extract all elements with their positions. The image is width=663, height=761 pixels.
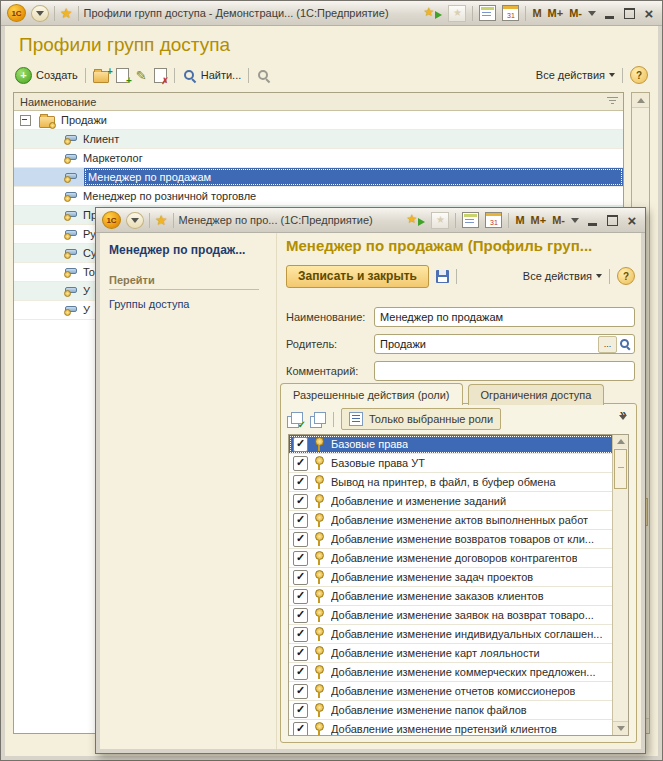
all-actions-button[interactable]: Все действия — [536, 69, 615, 81]
calculator-icon[interactable] — [479, 5, 496, 21]
save-button[interactable] — [436, 270, 449, 283]
roles-scroll-up-button[interactable] — [613, 435, 628, 448]
only-selected-roles-toggle[interactable]: Только выбранные роли — [341, 408, 501, 430]
role-row[interactable]: ✓ Добавление изменение папок файлов — [289, 701, 628, 720]
role-checkbox[interactable]: ✓ — [293, 437, 308, 452]
role-checkbox[interactable]: ✓ — [293, 608, 308, 623]
role-checkbox[interactable]: ✓ — [293, 646, 308, 661]
role-row[interactable]: ✓ Добавление изменение возвратов товаров… — [289, 530, 628, 549]
sort-icon[interactable] — [607, 97, 618, 106]
memory-m-button[interactable]: M — [532, 7, 541, 19]
role-row[interactable]: ✓ Добавление изменение коммерческих пред… — [289, 663, 628, 682]
titlebar-more-chevron-icon[interactable] — [571, 218, 579, 223]
parent-field[interactable] — [375, 336, 598, 352]
main-titlebar[interactable]: 1С ★ Профили групп доступа - Демонстраци… — [1, 1, 662, 26]
role-checkbox[interactable]: ✓ — [293, 570, 308, 585]
memory-m-plus-button[interactable]: M+ — [531, 214, 547, 226]
role-checkbox[interactable]: ✓ — [293, 456, 308, 471]
role-checkbox[interactable]: ✓ — [293, 627, 308, 642]
create-button[interactable]: + Создать — [15, 67, 78, 84]
table-row[interactable]: Менеджер по розничной торговле — [14, 187, 623, 206]
role-row[interactable]: ✓ Добавление и изменение заданий — [289, 492, 628, 511]
role-row[interactable]: ✓ Добавление изменение заказов клиентов — [289, 587, 628, 606]
role-row[interactable]: ✓ Базовые права УТ — [289, 454, 628, 473]
role-row[interactable]: ✓ Добавление изменение индивидуальных со… — [289, 625, 628, 644]
table-row[interactable]: Клиент — [14, 130, 623, 149]
role-checkbox[interactable]: ✓ — [293, 513, 308, 528]
roles-more-button[interactable]: » — [615, 408, 631, 432]
parent-open-search-icon[interactable] — [619, 338, 632, 351]
role-checkbox[interactable]: ✓ — [293, 665, 308, 680]
tab-allowed-actions[interactable]: Разрешенные действия (роли) — [280, 383, 463, 405]
dialog-help-button[interactable]: ? — [617, 267, 635, 285]
name-field[interactable] — [374, 307, 635, 327]
favorites-star-icon[interactable]: ★ — [60, 6, 73, 20]
role-row[interactable]: ✓ Добавление изменение договоров контраг… — [289, 549, 628, 568]
role-checkbox[interactable]: ✓ — [293, 532, 308, 547]
roles-scrollbar[interactable] — [612, 435, 628, 735]
scroll-up-button[interactable] — [632, 93, 649, 108]
calendar-icon[interactable]: 31 — [485, 212, 502, 228]
system-menu-dropdown-icon[interactable] — [126, 212, 144, 229]
dialog-titlebar[interactable]: 1С ★ Менеджер по про... (1С:Предприятие)… — [96, 208, 645, 233]
save-and-close-button[interactable]: Записать и закрыть — [286, 265, 429, 288]
role-checkbox[interactable]: ✓ — [293, 703, 308, 718]
titlebar-more-chevron-icon[interactable] — [588, 11, 596, 16]
role-checkbox[interactable]: ✓ — [293, 494, 308, 509]
cancel-search-button[interactable] — [256, 68, 271, 83]
role-row[interactable]: ✓ Добавление изменение отчетов комиссион… — [289, 682, 628, 701]
tab-access-restrictions[interactable]: Ограничения доступа — [468, 384, 605, 405]
uncheck-all-roles-icon[interactable] — [310, 412, 326, 427]
role-row[interactable]: ✓ Добавление изменение карт лояльности — [289, 644, 628, 663]
memory-m-minus-button[interactable]: M- — [569, 7, 582, 19]
role-checkbox[interactable]: ✓ — [293, 589, 308, 604]
role-row[interactable]: ✓ Добавление изменение актов выполненных… — [289, 511, 628, 530]
table-header[interactable]: Наименование — [14, 93, 623, 111]
minimize-button[interactable] — [585, 212, 599, 228]
copy-button[interactable]: + — [116, 68, 129, 83]
calendar-icon[interactable]: 31 — [502, 5, 519, 21]
role-row[interactable]: ✓ Добавление изменение претензий клиенто… — [289, 720, 628, 736]
maximize-button[interactable] — [605, 212, 619, 228]
system-menu-dropdown-icon[interactable] — [31, 5, 49, 22]
memory-m-button[interactable]: M — [515, 214, 524, 226]
comment-field[interactable] — [374, 361, 635, 381]
parent-choose-button[interactable]: ... — [598, 336, 617, 353]
maximize-button[interactable] — [622, 5, 636, 21]
close-button[interactable]: × — [625, 212, 639, 228]
roles-scroll-down-button[interactable] — [613, 721, 628, 735]
role-checkbox[interactable]: ✓ — [293, 551, 308, 566]
memory-m-plus-button[interactable]: M+ — [548, 7, 564, 19]
role-row[interactable]: ✓ Добавление изменение задач проектов — [289, 568, 628, 587]
check-all-roles-icon[interactable]: ✓ — [287, 412, 303, 427]
role-checkbox[interactable]: ✓ — [293, 475, 308, 490]
favorites-star-icon[interactable]: ★ — [155, 213, 168, 227]
app-logo-icon[interactable]: 1С — [102, 211, 121, 229]
collapse-expander-icon[interactable] — [20, 115, 31, 126]
table-row-selected[interactable]: Менеджер по продажам — [14, 168, 623, 187]
create-group-button[interactable]: + — [93, 68, 109, 83]
roles-scrollbar-thumb[interactable] — [614, 449, 627, 489]
role-checkbox[interactable]: ✓ — [293, 722, 308, 737]
app-logo-icon[interactable]: 1С — [7, 4, 26, 22]
favorites-list-icon[interactable]: ★ — [431, 212, 449, 229]
add-to-favorites-icon[interactable]: ★ — [423, 5, 442, 21]
table-row[interactable]: Маркетолог — [14, 149, 623, 168]
role-row[interactable]: ✓ Добавление изменение заявок на возврат… — [289, 606, 628, 625]
add-to-favorites-icon[interactable]: ★ — [406, 212, 425, 228]
delete-button[interactable]: ✗ — [154, 68, 167, 83]
calculator-icon[interactable] — [462, 212, 479, 228]
role-row-selected[interactable]: ✓ Базовые права — [289, 435, 628, 454]
nav-link-access-groups[interactable]: Группы доступа — [109, 298, 267, 310]
role-checkbox[interactable]: ✓ — [293, 684, 308, 699]
help-button[interactable]: ? — [630, 66, 648, 84]
memory-m-minus-button[interactable]: M- — [552, 214, 565, 226]
find-button[interactable]: Найти... — [182, 68, 242, 83]
close-button[interactable]: × — [642, 5, 656, 21]
role-row[interactable]: ✓ Вывод на принтер, в файл, в буфер обме… — [289, 473, 628, 492]
table-row-group[interactable]: Продажи — [14, 111, 623, 130]
edit-button[interactable]: ✎ — [136, 69, 147, 82]
dialog-all-actions-button[interactable]: Все действия — [523, 270, 602, 282]
minimize-button[interactable] — [602, 5, 616, 21]
favorites-list-icon[interactable]: ★ — [448, 5, 466, 22]
